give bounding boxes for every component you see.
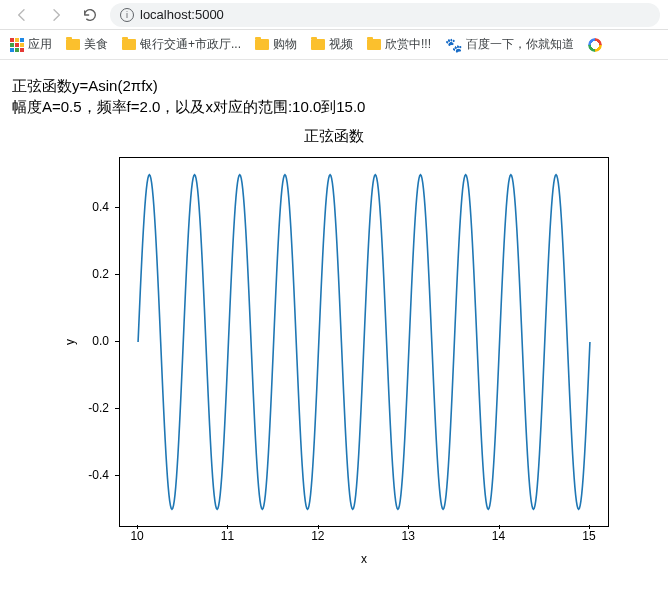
sine-line — [120, 158, 608, 526]
page-content: 正弦函数y=Asin(2πfx) 幅度A=0.5，频率f=2.0，以及x对应的范… — [0, 60, 668, 577]
bookmark-label: 欣赏中!!! — [385, 36, 431, 53]
bookmark-item[interactable]: 购物 — [255, 36, 297, 53]
x-tick-mark — [227, 525, 228, 529]
browser-chrome: i localhost:5000 应用 美食 银行交通+市政厅... 购物 视频 — [0, 0, 668, 60]
folder-icon — [367, 39, 381, 50]
x-tick-mark — [499, 525, 500, 529]
y-ticks: -0.4-0.20.00.20.4 — [39, 157, 114, 527]
params-text: 幅度A=0.5，频率f=2.0，以及x对应的范围:10.0到15.0 — [12, 96, 656, 117]
bookmark-label: 百度一下，你就知道 — [466, 36, 574, 53]
x-tick-label: 10 — [130, 529, 143, 543]
y-tick-label: -0.2 — [88, 401, 109, 415]
x-tick-mark — [589, 525, 590, 529]
x-tick-label: 15 — [582, 529, 595, 543]
bookmark-apps[interactable]: 应用 — [10, 36, 52, 53]
paw-icon: 🐾 — [445, 37, 462, 53]
url-text: localhost:5000 — [140, 7, 224, 22]
folder-icon — [255, 39, 269, 50]
address-bar[interactable]: i localhost:5000 — [110, 3, 660, 27]
google-icon — [588, 38, 602, 52]
folder-icon — [311, 39, 325, 50]
bookmark-item[interactable]: 欣赏中!!! — [367, 36, 431, 53]
x-tick-mark — [318, 525, 319, 529]
sine-path — [138, 175, 590, 510]
x-tick-label: 12 — [311, 529, 324, 543]
bookmark-label: 购物 — [273, 36, 297, 53]
bookmark-item[interactable]: 美食 — [66, 36, 108, 53]
y-tick-label: 0.4 — [92, 200, 109, 214]
address-bar-row: i localhost:5000 — [0, 0, 668, 30]
formula-text: 正弦函数y=Asin(2πfx) — [12, 75, 656, 96]
folder-icon — [122, 39, 136, 50]
x-tick-label: 11 — [221, 529, 234, 543]
bookmark-label: 应用 — [28, 36, 52, 53]
x-tick-label: 14 — [492, 529, 505, 543]
bookmark-baidu[interactable]: 🐾 百度一下，你就知道 — [445, 36, 574, 53]
x-tick-mark — [137, 525, 138, 529]
bookmark-google[interactable] — [588, 38, 602, 52]
info-icon: i — [120, 8, 134, 22]
chart-wrap: 正弦函数 y x -0.4-0.20.00.20.4 101112131415 — [12, 127, 656, 577]
bookmark-item[interactable]: 视频 — [311, 36, 353, 53]
x-tick-mark — [408, 525, 409, 529]
x-tick-label: 13 — [401, 529, 414, 543]
folder-icon — [66, 39, 80, 50]
plot-area — [119, 157, 609, 527]
y-tick-mark — [115, 408, 119, 409]
y-tick-mark — [115, 274, 119, 275]
x-axis-label: x — [361, 552, 367, 566]
apps-icon — [10, 38, 24, 52]
bookmark-label: 银行交通+市政厅... — [140, 36, 241, 53]
y-tick-label: 0.2 — [92, 267, 109, 281]
bookmark-label: 美食 — [84, 36, 108, 53]
y-tick-label: -0.4 — [88, 468, 109, 482]
bookmarks-bar: 应用 美食 银行交通+市政厅... 购物 视频 欣赏中!!! 🐾 百度一下，你就… — [0, 30, 668, 60]
y-tick-mark — [115, 341, 119, 342]
arrow-right-icon — [48, 7, 64, 23]
x-ticks: 101112131415 — [119, 529, 609, 549]
chart: 正弦函数 y x -0.4-0.20.00.20.4 101112131415 — [39, 127, 629, 577]
y-tick-mark — [115, 207, 119, 208]
y-tick-label: 0.0 — [92, 334, 109, 348]
forward-button[interactable] — [42, 1, 70, 29]
chart-title: 正弦函数 — [39, 127, 629, 146]
back-button[interactable] — [8, 1, 36, 29]
bookmark-item[interactable]: 银行交通+市政厅... — [122, 36, 241, 53]
bookmark-label: 视频 — [329, 36, 353, 53]
arrow-left-icon — [14, 7, 30, 23]
y-tick-mark — [115, 475, 119, 476]
reload-icon — [82, 7, 98, 23]
reload-button[interactable] — [76, 1, 104, 29]
